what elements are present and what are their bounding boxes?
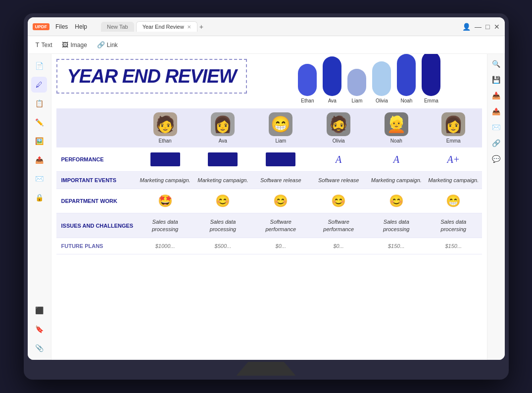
right-search-icon[interactable]: 🔍 [490, 58, 502, 70]
tab-year-end-review[interactable]: Year End Review ✕ [136, 21, 197, 32]
dept-olivia: 😊 [310, 189, 368, 213]
app-body: 📄 🖊 📋 ✏️ 🖼️ 📤 ✉️ 🔒 ⬛ 🔖 📎 [28, 54, 505, 360]
window-controls: 👤 — □ ✕ [462, 23, 499, 31]
menu-items: Files Help [55, 23, 87, 30]
event-ava: Marketing campaign. [194, 172, 252, 189]
header-section: YEAR END REVIEW Ethan Ava [56, 59, 482, 103]
photo-row: 🧑 Ethan 👩 Ava [56, 108, 482, 147]
bar-emma-label: Emma [424, 98, 438, 103]
right-chat-icon[interactable]: 💬 [490, 153, 502, 165]
perf-noah: A [368, 147, 425, 172]
sidebar-icon-lock[interactable]: 🔒 [31, 190, 47, 205]
photo-ethan: 🧑 Ethan [136, 108, 194, 147]
future-row: FUTURE PLANS $1000... $500... $0... $0..… [56, 238, 482, 254]
bar-emma-visual [422, 54, 440, 96]
left-sidebar: 📄 🖊 📋 ✏️ 🖼️ 📤 ✉️ 🔒 ⬛ 🔖 📎 [28, 54, 51, 360]
issue-olivia: Software performance [310, 213, 368, 238]
toolbar-text[interactable]: T Text [36, 41, 52, 49]
toolbar-link[interactable]: 🔗 Link [97, 41, 118, 49]
issue-noah: Sales data processing [368, 213, 425, 238]
dept-liam: 😊 [252, 189, 310, 213]
dept-ethan: 🤩 [136, 189, 194, 213]
sidebar-icon-share[interactable]: 📤 [31, 152, 47, 168]
name-olivia: Olivia [313, 138, 365, 144]
avatar-emma: 👩 [441, 112, 465, 136]
minimize-button[interactable]: — [475, 23, 482, 31]
sidebar-icon-pages[interactable]: 📄 [31, 58, 47, 74]
bar-ava: Ava [323, 56, 341, 103]
content-area: YEAR END REVIEW Ethan Ava [51, 54, 487, 360]
sidebar-bottom: ⬛ 🔖 📎 [31, 302, 47, 356]
avatar-olivia: 🧔 [327, 112, 350, 136]
bar-noah-visual [397, 54, 416, 96]
bar-ethan: Ethan [298, 64, 317, 103]
updf-logo: UPDF [33, 23, 50, 30]
right-link-icon[interactable]: 🔗 [490, 137, 502, 149]
tab-close-icon[interactable]: ✕ [187, 24, 191, 30]
right-download-icon[interactable]: 📥 [490, 90, 502, 101]
bar-ethan-label: Ethan [301, 98, 314, 103]
photo-liam: 😁 Liam [252, 108, 310, 147]
future-ethan: $1000... [136, 238, 194, 254]
bar-emma: Emma [422, 54, 440, 103]
label-performance: PERFORMANCE [56, 147, 137, 172]
title-bar: UPDF Files Help New Tab Year End Review … [28, 17, 505, 36]
label-issues: ISSUES AND CHALLENGES [56, 213, 137, 238]
toolbar-image[interactable]: 🖼 Image [62, 41, 87, 49]
tab-new-tab[interactable]: New Tab [101, 22, 134, 32]
monitor-screen: UPDF Files Help New Tab Year End Review … [28, 17, 505, 360]
sidebar-icon-attach[interactable]: 📎 [31, 340, 47, 356]
bar-liam-visual [347, 69, 366, 96]
name-liam: Liam [255, 138, 307, 144]
monitor-outer: UPDF Files Help New Tab Year End Review … [24, 13, 509, 380]
link-icon: 🔗 [97, 41, 105, 49]
right-save-icon[interactable]: 💾 [490, 74, 502, 86]
event-noah: Marketing campaign. [368, 172, 425, 189]
maximize-button[interactable]: □ [485, 23, 489, 31]
bar-noah: Noah [397, 54, 416, 103]
right-upload-icon[interactable]: 📤 [490, 105, 502, 117]
issues-row: ISSUES AND CHALLENGES Sales data process… [56, 213, 482, 238]
dept-noah: 😊 [368, 189, 425, 213]
future-olivia: $0... [310, 238, 368, 254]
avatar-noah: 👱 [385, 112, 408, 136]
name-ethan: Ethan [139, 138, 191, 144]
monitor-stand [237, 362, 296, 376]
bar-chart: Ethan Ava Liam [298, 59, 440, 103]
event-olivia: Software release [310, 172, 368, 189]
sidebar-icon-bookmark[interactable]: 🔖 [31, 321, 47, 337]
bar-ava-label: Ava [328, 98, 337, 103]
sidebar-icon-edit[interactable]: ✏️ [31, 114, 47, 130]
issue-ava: Sales data processing [194, 213, 252, 238]
close-button[interactable]: ✕ [494, 23, 500, 31]
sidebar-icon-layers[interactable]: ⬛ [31, 302, 47, 318]
tab-new-button[interactable]: + [199, 23, 203, 31]
label-events: IMPORTANT EVENTS [56, 172, 137, 189]
bar-ethan-visual [298, 64, 317, 96]
review-table: 🧑 Ethan 👩 Ava [56, 108, 482, 254]
right-mail-icon[interactable]: ✉️ [490, 121, 502, 133]
page-title: YEAR END REVIEW [67, 67, 237, 86]
bar-liam: Liam [347, 69, 366, 103]
avatar-liam: 😁 [269, 112, 292, 136]
sidebar-icon-image[interactable]: 🖼️ [31, 133, 47, 149]
event-emma: Marketing campaign. [425, 172, 482, 189]
sidebar-icon-comment[interactable]: 📋 [31, 96, 47, 111]
dept-row: DEPARTMENT WORK 🤩 😊 😊 😊 😊 😁 [56, 189, 482, 213]
photo-ava: 👩 Ava [194, 108, 252, 147]
tabs-area: New Tab Year End Review ✕ + [101, 21, 458, 32]
label-future: FUTURE PLANS [56, 238, 137, 254]
name-ava: Ava [197, 138, 249, 144]
sidebar-icon-mail[interactable]: ✉️ [31, 171, 47, 187]
events-row: IMPORTANT EVENTS Marketing campaign. Mar… [56, 172, 482, 189]
user-icon[interactable]: 👤 [462, 23, 471, 31]
perf-ava [194, 147, 252, 172]
avatar-ethan: 🧑 [153, 112, 177, 136]
perf-olivia: A [310, 147, 368, 172]
sidebar-icon-active[interactable]: 🖊 [31, 77, 47, 93]
bar-noah-label: Noah [400, 98, 412, 103]
menu-files[interactable]: Files [55, 23, 68, 30]
bar-olivia: Olivia [372, 61, 391, 103]
perf-liam [252, 147, 310, 172]
menu-help[interactable]: Help [75, 23, 87, 30]
